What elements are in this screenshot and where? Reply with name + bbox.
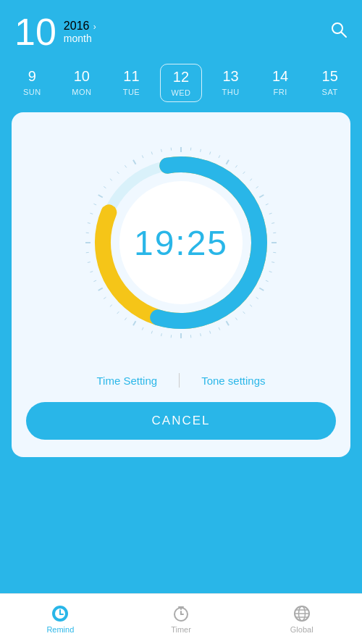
svg-line-1 bbox=[342, 33, 347, 38]
clock-time: 19:25 bbox=[134, 223, 228, 263]
svg-line-35 bbox=[151, 331, 152, 334]
svg-line-21 bbox=[266, 280, 269, 282]
day-name: TUE bbox=[123, 88, 140, 96]
main-card: 19:25 Time Setting Tone settings CANCEL bbox=[12, 112, 350, 457]
day-name: SAT bbox=[322, 88, 338, 96]
day-item-wed[interactable]: 12WED bbox=[160, 64, 202, 102]
svg-line-54 bbox=[110, 179, 112, 181]
day-num: 13 bbox=[222, 68, 238, 85]
nav-remind-label: Remind bbox=[46, 625, 74, 634]
day-num: 11 bbox=[123, 68, 139, 85]
nav-global[interactable]: Global bbox=[241, 604, 362, 634]
clock-svg-wrap: 19:25 bbox=[72, 134, 290, 351]
svg-line-12 bbox=[259, 195, 264, 198]
svg-line-11 bbox=[256, 186, 258, 188]
svg-line-49 bbox=[88, 223, 90, 224]
nav-timer[interactable]: Timer bbox=[121, 604, 242, 634]
svg-line-9 bbox=[243, 172, 245, 174]
nav-global-label: Global bbox=[290, 625, 313, 634]
bottom-nav: Remind Timer Global bbox=[0, 593, 362, 644]
svg-line-26 bbox=[235, 318, 237, 320]
svg-line-29 bbox=[210, 331, 211, 334]
bottom-links: Time Setting Tone settings bbox=[26, 373, 336, 388]
svg-line-8 bbox=[235, 165, 237, 167]
svg-line-14 bbox=[269, 213, 272, 214]
svg-line-28 bbox=[219, 327, 220, 330]
header-month-year: 2016 › month bbox=[64, 20, 96, 44]
svg-line-24 bbox=[250, 305, 252, 307]
svg-line-43 bbox=[93, 280, 96, 282]
day-item-thu[interactable]: 13THU bbox=[210, 64, 252, 102]
day-item-fri[interactable]: 14FRI bbox=[259, 64, 301, 102]
svg-line-10 bbox=[250, 179, 252, 181]
day-num: 12 bbox=[173, 69, 189, 85]
svg-line-23 bbox=[256, 297, 258, 298]
chevron-icon: › bbox=[90, 22, 96, 32]
svg-line-6 bbox=[219, 155, 220, 158]
svg-line-4 bbox=[201, 149, 201, 152]
svg-line-60 bbox=[161, 149, 162, 152]
svg-line-51 bbox=[93, 204, 96, 205]
svg-line-36 bbox=[142, 327, 143, 330]
svg-line-53 bbox=[104, 186, 106, 188]
svg-line-25 bbox=[243, 311, 245, 314]
nav-timer-label: Timer bbox=[171, 625, 191, 634]
svg-line-44 bbox=[90, 272, 93, 272]
day-item-sun[interactable]: 9SUN bbox=[11, 64, 53, 102]
svg-line-56 bbox=[125, 165, 126, 167]
svg-line-7 bbox=[227, 160, 230, 164]
header: 10 2016 › month bbox=[0, 0, 362, 58]
svg-line-50 bbox=[90, 213, 93, 214]
day-num: 10 bbox=[74, 68, 90, 85]
timer-icon bbox=[172, 604, 190, 623]
day-item-mon[interactable]: 10MON bbox=[61, 64, 103, 102]
day-item-tue[interactable]: 11TUE bbox=[110, 64, 152, 102]
svg-line-39 bbox=[117, 311, 119, 314]
day-strip: 9SUN10MON11TUE12WED13THU14FRI15SAT bbox=[0, 58, 362, 112]
svg-line-41 bbox=[104, 297, 106, 298]
svg-line-5 bbox=[210, 151, 211, 154]
day-item-sat[interactable]: 15SAT bbox=[309, 64, 351, 102]
svg-line-30 bbox=[201, 333, 201, 336]
svg-line-52 bbox=[98, 195, 103, 198]
svg-line-45 bbox=[88, 262, 90, 263]
svg-line-27 bbox=[227, 321, 230, 325]
day-num: 14 bbox=[272, 68, 288, 85]
svg-line-42 bbox=[98, 288, 103, 291]
globe-icon bbox=[292, 604, 311, 623]
day-num: 15 bbox=[322, 68, 338, 85]
svg-line-15 bbox=[272, 223, 274, 224]
svg-line-59 bbox=[151, 151, 152, 154]
svg-line-34 bbox=[161, 333, 162, 336]
clock-container: 19:25 bbox=[26, 134, 336, 351]
svg-line-38 bbox=[125, 318, 126, 320]
svg-line-55 bbox=[117, 172, 119, 174]
header-date: 10 2016 › month bbox=[14, 13, 96, 51]
cancel-button[interactable]: CANCEL bbox=[26, 402, 336, 440]
day-num: 9 bbox=[28, 68, 36, 85]
remind-icon bbox=[51, 604, 70, 623]
day-name: MON bbox=[72, 88, 91, 96]
svg-line-22 bbox=[259, 288, 264, 291]
header-year: 2016 › bbox=[64, 20, 96, 33]
svg-line-58 bbox=[142, 155, 143, 158]
svg-line-20 bbox=[269, 272, 272, 272]
search-button[interactable] bbox=[330, 21, 348, 43]
header-day: 10 bbox=[14, 13, 56, 51]
day-name: FRI bbox=[273, 88, 287, 96]
svg-line-13 bbox=[266, 204, 269, 205]
svg-line-57 bbox=[133, 160, 136, 164]
day-name: WED bbox=[171, 88, 190, 97]
tone-settings-link[interactable]: Tone settings bbox=[180, 375, 287, 387]
svg-line-37 bbox=[133, 321, 136, 325]
day-name: SUN bbox=[23, 88, 41, 96]
nav-remind[interactable]: Remind bbox=[0, 604, 121, 634]
time-setting-link[interactable]: Time Setting bbox=[75, 375, 179, 387]
header-month-label: month bbox=[64, 33, 96, 44]
svg-line-40 bbox=[110, 305, 112, 307]
day-name: THU bbox=[222, 88, 239, 96]
svg-line-19 bbox=[272, 262, 274, 263]
